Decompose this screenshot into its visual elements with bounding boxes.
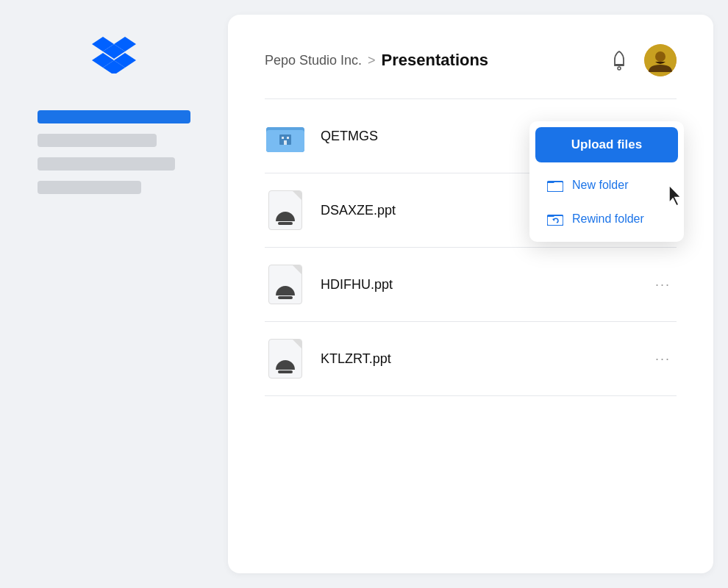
dropdown-menu: Upload files New folder	[529, 121, 684, 242]
ppt-base	[278, 222, 293, 225]
dropbox-logo	[92, 37, 136, 74]
file-name: HDIFHU.ppt	[321, 277, 635, 293]
table-row: QETMGS ··· Upload files New folder	[265, 99, 677, 173]
more-options-button[interactable]: ···	[649, 271, 677, 298]
folder-icon	[266, 120, 304, 152]
upload-files-button[interactable]: Upload files	[535, 127, 678, 162]
breadcrumb-parent[interactable]: Pepo Studio Inc.	[265, 53, 362, 68]
ppt-file-icon	[268, 190, 302, 230]
avatar[interactable]	[644, 44, 677, 76]
nav-item-3[interactable]	[38, 157, 175, 171]
file-list: QETMGS ··· Upload files New folder	[265, 99, 677, 396]
table-row: HDIFHU.ppt ···	[265, 248, 677, 322]
nav-item-4[interactable]	[38, 181, 141, 194]
new-folder-button[interactable]: New folder	[535, 168, 678, 202]
svg-rect-17	[547, 215, 563, 226]
svg-rect-15	[284, 140, 287, 145]
breadcrumb-separator: >	[368, 53, 376, 68]
svg-point-6	[618, 67, 621, 70]
main-content: Pepo Studio Inc. > Presentations	[228, 15, 713, 573]
sidebar	[0, 0, 228, 588]
ppt-file-icon	[268, 339, 302, 379]
ppt-dome	[276, 360, 295, 370]
svg-rect-16	[547, 182, 563, 192]
breadcrumb-current: Presentations	[382, 51, 489, 70]
bell-icon[interactable]	[606, 47, 632, 74]
svg-marker-18	[552, 218, 554, 221]
folder-icon-container	[265, 115, 306, 157]
ppt-dome	[276, 286, 295, 295]
rewind-folder-label: Rewind folder	[572, 212, 644, 226]
file-name: KTLZRT.ppt	[321, 351, 635, 367]
header-actions	[606, 44, 677, 76]
svg-rect-14	[287, 137, 289, 139]
table-row: KTLZRT.ppt ···	[265, 322, 677, 396]
nav-items	[23, 110, 205, 194]
ppt-dome	[276, 212, 295, 221]
ppt-icon-container	[265, 190, 306, 231]
nav-item-1[interactable]	[38, 110, 190, 123]
ppt-base	[278, 296, 293, 299]
breadcrumb: Pepo Studio Inc. > Presentations	[265, 51, 488, 70]
new-folder-icon	[547, 177, 563, 193]
ppt-base	[278, 370, 293, 373]
header: Pepo Studio Inc. > Presentations	[265, 44, 677, 76]
rewind-folder-icon	[547, 211, 563, 227]
ppt-icon-container	[265, 264, 306, 305]
svg-point-8	[655, 51, 665, 62]
rewind-folder-button[interactable]: Rewind folder	[535, 202, 678, 236]
more-options-button[interactable]: ···	[649, 345, 677, 373]
nav-item-2[interactable]	[38, 134, 157, 147]
ppt-icon-container	[265, 338, 306, 379]
ppt-file-icon	[268, 265, 302, 304]
svg-rect-13	[282, 137, 284, 139]
new-folder-label: New folder	[572, 179, 628, 192]
logo-container	[0, 29, 228, 110]
